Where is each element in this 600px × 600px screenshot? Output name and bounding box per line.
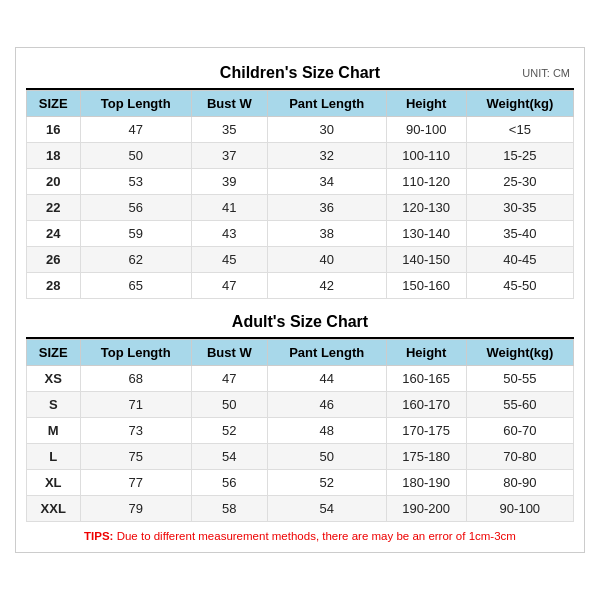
table-cell: 56 [191,470,267,496]
table-cell: 170-175 [386,418,466,444]
adult-col-top-length: Top Length [80,340,191,366]
size-chart: Children's Size Chart UNIT: CM SIZE Top … [15,47,585,553]
table-cell: 68 [80,366,191,392]
table-cell: 58 [191,496,267,522]
adult-title-row: Adult's Size Chart [26,307,574,339]
table-cell: 30 [267,117,386,143]
table-cell: 28 [27,273,81,299]
table-row: XXL795854190-20090-100 [27,496,574,522]
table-cell: 59 [80,221,191,247]
table-cell: 47 [80,117,191,143]
table-cell: <15 [466,117,573,143]
table-cell: 54 [191,444,267,470]
children-header-row: SIZE Top Length Bust W Pant Length Heigh… [27,91,574,117]
adult-col-bust-w: Bust W [191,340,267,366]
table-cell: 50 [80,143,191,169]
table-row: XS684744160-16550-55 [27,366,574,392]
table-row: M735248170-17560-70 [27,418,574,444]
table-cell: 73 [80,418,191,444]
adult-title: Adult's Size Chart [232,313,368,331]
table-cell: XS [27,366,81,392]
table-cell: 56 [80,195,191,221]
table-cell: 62 [80,247,191,273]
adult-section: Adult's Size Chart SIZE Top Length Bust … [26,307,574,522]
table-cell: 75 [80,444,191,470]
table-cell: 40-45 [466,247,573,273]
table-row: S715046160-17055-60 [27,392,574,418]
table-cell: 45-50 [466,273,573,299]
children-col-size: SIZE [27,91,81,117]
table-cell: 80-90 [466,470,573,496]
table-cell: 44 [267,366,386,392]
table-cell: XXL [27,496,81,522]
table-cell: 26 [27,247,81,273]
table-cell: 70-80 [466,444,573,470]
table-cell: 60-70 [466,418,573,444]
children-title-row: Children's Size Chart UNIT: CM [26,58,574,90]
table-cell: XL [27,470,81,496]
tips-label: TIPS: [84,530,113,542]
table-cell: 32 [267,143,386,169]
table-cell: 160-170 [386,392,466,418]
table-row: 20533934110-12025-30 [27,169,574,195]
table-cell: 90-100 [466,496,573,522]
adult-col-pant-length: Pant Length [267,340,386,366]
table-row: 18503732100-11015-25 [27,143,574,169]
table-cell: 35 [191,117,267,143]
adult-table: SIZE Top Length Bust W Pant Length Heigh… [26,339,574,522]
children-col-bust-w: Bust W [191,91,267,117]
table-cell: 45 [191,247,267,273]
table-cell: 36 [267,195,386,221]
table-row: 28654742150-16045-50 [27,273,574,299]
table-cell: 54 [267,496,386,522]
tips-text: Due to different measurement methods, th… [113,530,515,542]
table-cell: 16 [27,117,81,143]
table-cell: 150-160 [386,273,466,299]
table-row: 1647353090-100<15 [27,117,574,143]
table-cell: 22 [27,195,81,221]
children-col-weight: Weight(kg) [466,91,573,117]
table-cell: 90-100 [386,117,466,143]
table-cell: 25-30 [466,169,573,195]
unit-label: UNIT: CM [522,67,570,79]
table-cell: 65 [80,273,191,299]
table-cell: 35-40 [466,221,573,247]
table-cell: 41 [191,195,267,221]
adult-col-height: Height [386,340,466,366]
adult-col-weight: Weight(kg) [466,340,573,366]
table-cell: 47 [191,273,267,299]
table-cell: 77 [80,470,191,496]
table-cell: 52 [191,418,267,444]
table-cell: 52 [267,470,386,496]
children-table: SIZE Top Length Bust W Pant Length Heigh… [26,90,574,299]
table-cell: 48 [267,418,386,444]
children-col-pant-length: Pant Length [267,91,386,117]
table-cell: 46 [267,392,386,418]
table-row: XL775652180-19080-90 [27,470,574,496]
table-cell: 40 [267,247,386,273]
table-cell: 53 [80,169,191,195]
table-row: L755450175-18070-80 [27,444,574,470]
table-cell: 18 [27,143,81,169]
table-cell: 42 [267,273,386,299]
table-cell: 190-200 [386,496,466,522]
table-row: 26624540140-15040-45 [27,247,574,273]
table-cell: 50 [267,444,386,470]
table-cell: 71 [80,392,191,418]
table-cell: 175-180 [386,444,466,470]
children-col-top-length: Top Length [80,91,191,117]
table-cell: 24 [27,221,81,247]
table-cell: 140-150 [386,247,466,273]
table-cell: 100-110 [386,143,466,169]
children-col-height: Height [386,91,466,117]
table-row: 22564136120-13030-35 [27,195,574,221]
adult-col-size: SIZE [27,340,81,366]
table-cell: 37 [191,143,267,169]
table-cell: 120-130 [386,195,466,221]
table-cell: 30-35 [466,195,573,221]
table-cell: 50-55 [466,366,573,392]
table-cell: 79 [80,496,191,522]
table-cell: L [27,444,81,470]
table-cell: 39 [191,169,267,195]
table-cell: 160-165 [386,366,466,392]
